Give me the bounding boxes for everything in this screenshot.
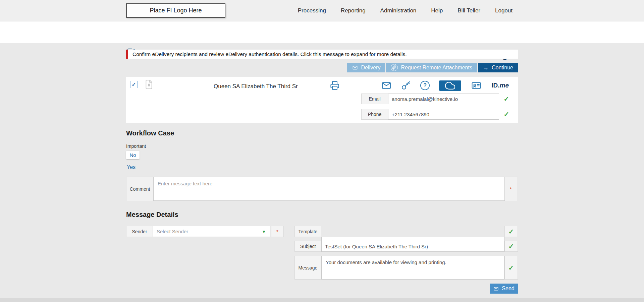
continue-button-label: Continue: [492, 65, 513, 71]
id-card-icon[interactable]: [471, 80, 482, 90]
edelivery-alert-banner[interactable]: Confirm eDelivery recipients and review …: [126, 50, 518, 59]
alert-text: Confirm eDelivery recipients and review …: [132, 51, 407, 57]
subject-input[interactable]: [321, 241, 504, 252]
fi-logo-placeholder: Place FI Logo Here: [126, 3, 225, 18]
auth-method-row: ? ID.me: [381, 78, 509, 93]
nav-reporting[interactable]: Reporting: [341, 7, 366, 14]
sender-label: Sender: [126, 226, 153, 237]
arrow-right-icon: →: [483, 65, 489, 71]
phone-valid-check-icon: ✓: [499, 109, 514, 120]
email-input[interactable]: [388, 94, 499, 104]
email-auth-icon[interactable]: [381, 80, 391, 90]
send-envelope-icon: [493, 286, 499, 291]
recipient-card: ✓ Queen SA Elizabeth The Third Sr ? ID.m…: [126, 77, 518, 123]
envelope-icon: [352, 65, 358, 70]
continue-button[interactable]: → Continue: [478, 63, 518, 72]
email-label: Email: [361, 94, 388, 104]
important-field-label: Important: [126, 143, 146, 149]
footer-strip: [0, 298, 644, 302]
sender-required-marker: *: [276, 229, 278, 234]
phone-label: Phone: [361, 109, 388, 120]
action-toolbar: Delivery Request Remote Attachments → Co…: [126, 63, 518, 72]
nav-processing[interactable]: Processing: [298, 7, 326, 14]
key-auth-icon[interactable]: [401, 80, 411, 90]
sender-placeholder: Select Sender: [157, 229, 188, 234]
important-option-yes[interactable]: Yes: [127, 164, 136, 170]
delivery-button[interactable]: Delivery: [347, 63, 385, 72]
document-icon: [145, 79, 153, 90]
delivery-button-label: Delivery: [361, 65, 381, 71]
comment-textarea[interactable]: [153, 177, 505, 201]
comment-row: Comment *: [126, 177, 518, 201]
idme-logo[interactable]: ID.me: [491, 82, 509, 89]
top-nav: Processing Reporting Administration Help…: [298, 0, 513, 21]
recipient-checkbox[interactable]: ✓: [130, 81, 138, 88]
nav-user[interactable]: Bill Teller: [458, 7, 480, 14]
subject-label: Subject: [294, 241, 321, 252]
nav-administration[interactable]: Administration: [380, 7, 417, 14]
recipient-name: Queen SA Elizabeth The Third Sr: [214, 83, 298, 90]
comment-required-marker: *: [510, 186, 512, 192]
subject-valid-check-icon: ✓: [504, 241, 518, 252]
paperclip-icon: [391, 64, 398, 71]
request-remote-attachments-button[interactable]: Request Remote Attachments: [386, 63, 477, 72]
message-valid-check-icon: ✓: [504, 256, 518, 280]
phone-input[interactable]: [388, 109, 499, 120]
security-question-icon[interactable]: ?: [420, 81, 430, 90]
nav-help[interactable]: Help: [431, 7, 443, 14]
template-label: Template: [294, 226, 321, 237]
chevron-down-icon: ▼: [262, 229, 266, 234]
important-option-no[interactable]: No: [126, 151, 140, 159]
sender-select[interactable]: Select Sender ▼: [153, 226, 270, 237]
fi-logo-text: Place FI Logo Here: [150, 7, 202, 14]
top-bar: Place FI Logo Here Processing Reporting …: [0, 0, 644, 21]
cloud-auth-icon-selected[interactable]: [439, 80, 461, 91]
sender-required-cell: *: [271, 226, 284, 237]
message-details-heading: Message Details: [126, 211, 178, 219]
comment-label: Comment: [126, 177, 153, 201]
message-label: Message: [294, 256, 321, 280]
workflow-case-heading: Workflow Case: [126, 129, 174, 137]
header-bar: eSignature Management i Kinective Sign: [0, 21, 644, 43]
nav-logout[interactable]: Logout: [495, 7, 513, 14]
printer-icon[interactable]: [330, 81, 339, 90]
email-valid-check-icon: ✓: [499, 94, 514, 104]
message-textarea[interactable]: Your documents are available for viewing…: [321, 256, 504, 280]
template-valid-check-icon: ✓: [504, 226, 518, 237]
send-button[interactable]: Send: [490, 284, 518, 294]
request-remote-attachments-label: Request Remote Attachments: [401, 65, 472, 71]
send-button-label: Send: [502, 286, 514, 292]
